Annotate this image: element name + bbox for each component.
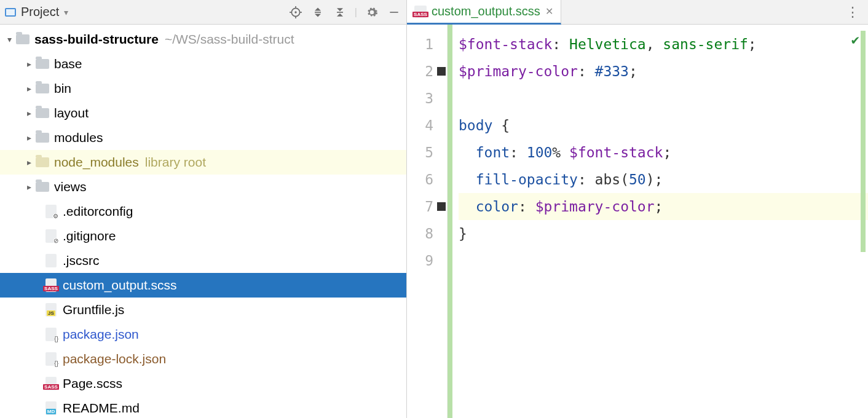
sass-file-icon: SASS xyxy=(414,6,427,18)
line-number[interactable]: 5 xyxy=(407,139,447,166)
code-area[interactable]: $font-stack: Helvetica, sans-serif; $pri… xyxy=(452,25,868,418)
project-pane-icon xyxy=(5,8,16,17)
svg-point-1 xyxy=(295,12,296,13)
tree-folder[interactable]: ▸views xyxy=(0,175,406,199)
inspection-ok-icon[interactable]: ✔ xyxy=(851,32,859,47)
tree-file[interactable]: MDREADME.md xyxy=(0,396,406,418)
project-pane-title[interactable]: Project xyxy=(21,5,59,19)
folder-icon xyxy=(34,57,50,71)
line-number[interactable]: 3 xyxy=(407,85,447,112)
line-number[interactable]: 1 xyxy=(407,31,447,58)
tab-label: custom_output.scss xyxy=(432,4,540,18)
tree-file-selected[interactable]: SASScustom_output.scss xyxy=(0,273,406,298)
js-file-icon: JS xyxy=(43,303,59,317)
chevron-right-icon[interactable]: ▸ xyxy=(23,108,34,118)
tree-file[interactable]: ⚙.editorconfig xyxy=(0,199,406,224)
json-file-icon: {} xyxy=(43,328,59,341)
target-icon[interactable] xyxy=(288,5,303,20)
tree-file[interactable]: JSGruntfile.js xyxy=(0,298,406,322)
line-number[interactable]: 7 xyxy=(407,193,447,220)
tree-folder[interactable]: ▸layout xyxy=(0,101,406,125)
editor-tabs: SASS custom_output.scss ✕ ⋮ xyxy=(407,0,868,25)
line-number[interactable]: 4 xyxy=(407,112,447,139)
line-number[interactable]: 2 xyxy=(407,58,447,85)
gutter-color-swatch[interactable] xyxy=(437,202,446,211)
svg-marker-6 xyxy=(315,7,321,10)
project-sidebar: Project ▾ | ▾ sass-build-structure ~/WS/… xyxy=(0,0,407,418)
config-file-icon: ⚙ xyxy=(43,205,59,218)
ignore-file-icon: ⊘ xyxy=(43,229,59,243)
tree-file[interactable]: ⊘.gitignore xyxy=(0,224,406,248)
chevron-right-icon[interactable]: ▸ xyxy=(23,84,34,93)
folder-icon xyxy=(34,106,50,120)
tree-file[interactable]: .jscsrc xyxy=(0,248,406,273)
tree-folder[interactable]: ▸modules xyxy=(0,125,406,150)
tree-folder[interactable]: ▸bin xyxy=(0,76,406,101)
chevron-down-icon[interactable]: ▾ xyxy=(4,34,15,44)
chevron-right-icon[interactable]: ▸ xyxy=(23,59,34,69)
tree-folder-library[interactable]: ▸node_moduleslibrary root xyxy=(0,150,406,175)
tree-file[interactable]: SASSPage.scss xyxy=(0,371,406,396)
expand-all-icon[interactable] xyxy=(310,5,325,20)
folder-icon xyxy=(34,156,50,169)
svg-rect-7 xyxy=(315,12,321,13)
svg-marker-8 xyxy=(315,14,321,17)
json-file-icon: {} xyxy=(43,352,59,366)
svg-marker-11 xyxy=(337,13,343,16)
chevron-right-icon[interactable]: ▸ xyxy=(23,133,34,143)
gutter-color-swatch[interactable] xyxy=(437,67,446,76)
change-marker[interactable] xyxy=(861,31,866,252)
svg-rect-10 xyxy=(337,12,343,13)
minimize-icon[interactable] xyxy=(387,5,401,20)
folder-icon xyxy=(34,82,50,95)
svg-marker-9 xyxy=(337,8,343,11)
sass-file-icon: SASS xyxy=(43,278,59,292)
vcs-change-stripe xyxy=(448,25,452,418)
folder-icon xyxy=(15,33,31,46)
project-tree[interactable]: ▾ sass-build-structure ~/WS/sass-build-s… xyxy=(0,25,406,418)
tree-folder[interactable]: ▸base xyxy=(0,52,406,76)
collapse-all-icon[interactable] xyxy=(333,5,347,20)
folder-icon xyxy=(34,180,50,194)
tree-file[interactable]: {}package-lock.json xyxy=(0,347,406,371)
tree-file[interactable]: {}package.json xyxy=(0,322,406,347)
sidebar-toolbar: Project ▾ | xyxy=(0,0,406,25)
code-editor[interactable]: 1 2 3 4 5 6 7 8 9 $font-stack: Helvetica… xyxy=(407,25,868,418)
line-number[interactable]: 8 xyxy=(407,220,447,247)
line-number[interactable]: 6 xyxy=(407,166,447,193)
line-number[interactable]: 9 xyxy=(407,247,447,274)
text-file-icon xyxy=(43,254,59,267)
sass-file-icon: SASS xyxy=(43,377,59,390)
tree-root[interactable]: ▾ sass-build-structure ~/WS/sass-build-s… xyxy=(0,27,406,52)
editor-tab[interactable]: SASS custom_output.scss ✕ xyxy=(407,0,561,25)
root-name: sass-build-structure xyxy=(34,32,159,47)
folder-icon xyxy=(34,131,50,144)
close-icon[interactable]: ✕ xyxy=(545,6,553,17)
editor-pane: SASS custom_output.scss ✕ ⋮ 1 2 3 4 5 6 … xyxy=(407,0,868,418)
chevron-down-icon[interactable]: ▾ xyxy=(64,7,68,17)
line-gutter: 1 2 3 4 5 6 7 8 9 xyxy=(407,25,448,418)
root-path: ~/WS/sass-build-struct xyxy=(165,32,294,47)
chevron-right-icon[interactable]: ▸ xyxy=(23,182,34,192)
chevron-right-icon[interactable]: ▸ xyxy=(23,157,34,167)
md-file-icon: MD xyxy=(43,401,59,415)
error-stripe[interactable] xyxy=(861,25,866,418)
kebab-menu-icon[interactable]: ⋮ xyxy=(837,0,868,24)
gear-icon[interactable] xyxy=(365,5,379,20)
